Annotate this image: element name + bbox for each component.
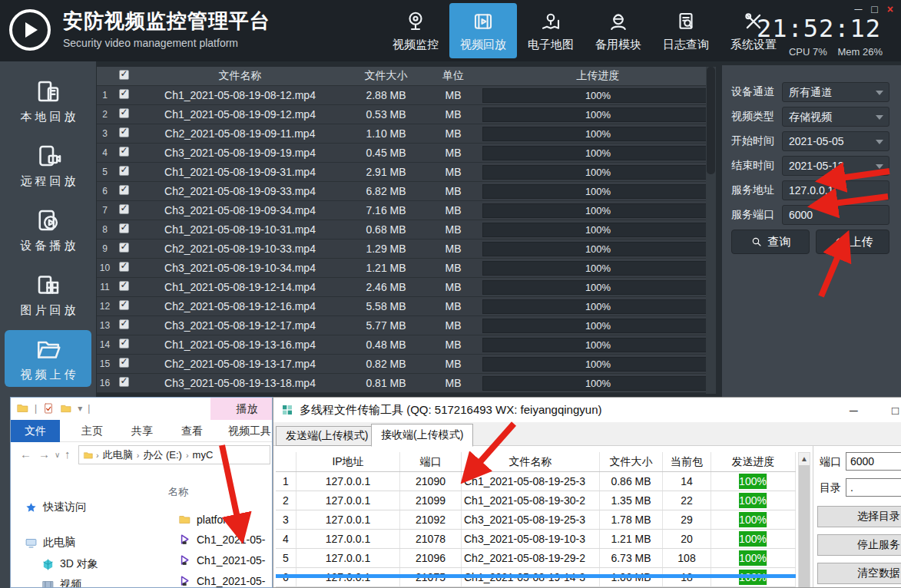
- table-row[interactable]: 15Ch2_2021-05-08-19-13-17.mp40.82 MBMB10…: [97, 355, 716, 374]
- table-row[interactable]: 1Ch1_2021-05-08-19-08-12.mp42.88 MBMB100…: [97, 86, 716, 105]
- nav-item-webcam[interactable]: 视频监控: [382, 3, 449, 58]
- table-row[interactable]: 16Ch3_2021-05-08-19-13-18.mp40.81 MBMB10…: [97, 374, 716, 393]
- maximize-icon[interactable]: □: [871, 3, 877, 15]
- row-checkbox[interactable]: [119, 339, 129, 349]
- back-icon[interactable]: ←: [20, 448, 31, 461]
- row-checkbox[interactable]: [119, 262, 129, 272]
- list-item[interactable]: Ch1_2021-05-: [178, 533, 266, 546]
- header-name[interactable]: 文件名称: [134, 69, 346, 83]
- explorer-titlebar[interactable]: |▾| 播放: [11, 398, 272, 420]
- row-checkbox[interactable]: [119, 127, 129, 137]
- table-row[interactable]: 14Ch1_2021-05-08-19-13-16.mp40.48 MBMB10…: [97, 335, 716, 355]
- table-row[interactable]: 3Ch2_2021-05-08-19-09-11.mp41.10 MBMB100…: [97, 124, 716, 144]
- breadcrumb[interactable]: ›此电脑›办公 (E:)›myC: [78, 445, 270, 464]
- row-checkbox[interactable]: [119, 223, 129, 233]
- table-row[interactable]: 1127.0.0.121090Ch1_2021-05-08-19-25-30.8…: [276, 472, 796, 491]
- forward-icon[interactable]: →: [38, 448, 50, 461]
- table-row[interactable]: 13Ch3_2021-05-08-19-12-17.mp45.77 MBMB10…: [97, 316, 716, 335]
- table-row[interactable]: 2127.0.0.121099Ch1_2021-05-08-19-30-21.3…: [276, 491, 796, 510]
- form-input[interactable]: 6000: [782, 205, 889, 225]
- table-row[interactable]: 6Ch2_2021-05-08-19-09-33.mp46.82 MBMB100…: [97, 182, 716, 201]
- history-chevron-icon[interactable]: ∨: [55, 451, 60, 459]
- row-checkbox[interactable]: [119, 281, 129, 291]
- stop-service-button[interactable]: 停止服务: [817, 534, 901, 556]
- minimize-icon[interactable]: ─: [850, 404, 858, 417]
- header-ip[interactable]: IP地址: [296, 452, 400, 471]
- table-row[interactable]: 12Ch2_2021-05-08-19-12-16.mp45.58 MBMB10…: [97, 297, 716, 316]
- row-checkbox[interactable]: [119, 377, 129, 387]
- nav-item-playback[interactable]: 视频回放: [449, 3, 517, 58]
- tree-item-star[interactable]: 快速访问: [25, 500, 86, 514]
- select-all-checkbox[interactable]: [119, 70, 129, 80]
- list-item[interactable]: Ch1_2021-05-: [178, 574, 266, 587]
- sidebar-item-device-play[interactable]: 设备播放: [5, 201, 91, 258]
- nav-item-map[interactable]: 电子地图: [517, 3, 585, 58]
- header-progress[interactable]: 上传进度: [480, 69, 716, 83]
- table-row[interactable]: 7Ch3_2021-05-08-19-09-34.mp47.16 MBMB100…: [97, 201, 716, 220]
- explorer-play-tab[interactable]: 播放: [210, 398, 273, 420]
- row-checkbox[interactable]: [119, 319, 129, 329]
- list-item[interactable]: Ch1_2021-05-: [178, 553, 266, 567]
- nav-item-worker[interactable]: 备用模块: [585, 3, 652, 58]
- table-row[interactable]: 8Ch1_2021-05-08-19-10-31.mp40.68 MBMB100…: [97, 220, 716, 239]
- transfer-scrollbar[interactable]: ▲: [798, 452, 810, 588]
- breadcrumb-item[interactable]: myC: [193, 449, 214, 461]
- table-row[interactable]: 5127.0.0.121096Ch2_2021-05-08-19-29-26.7…: [276, 549, 796, 568]
- query-button[interactable]: 查询: [731, 230, 810, 254]
- sidebar-item-video-upload[interactable]: 视频上传: [5, 330, 91, 387]
- tree-item-cube[interactable]: 3D 对象: [41, 557, 98, 571]
- form-select[interactable]: 2021-05-05: [782, 131, 889, 151]
- maximize-icon[interactable]: □: [892, 404, 899, 417]
- qat-dropdown-icon[interactable]: ▾: [78, 403, 82, 414]
- choose-directory-button[interactable]: 选择目录: [817, 506, 901, 527]
- nav-item-log[interactable]: 日志查询: [652, 3, 720, 58]
- table-row[interactable]: 2Ch1_2021-05-08-19-09-12.mp40.53 MBMB100…: [97, 105, 716, 124]
- files-name-header[interactable]: 名称: [168, 485, 188, 499]
- header-filename[interactable]: 文件名称: [462, 452, 600, 471]
- close-icon[interactable]: ×: [887, 3, 893, 15]
- directory-input[interactable]: .: [846, 478, 901, 497]
- header-size[interactable]: 文件大小: [346, 69, 426, 83]
- header-unit[interactable]: 单位: [426, 69, 480, 83]
- sidebar-item-local-playback[interactable]: 本地回放: [5, 72, 91, 129]
- tree-item-pc[interactable]: 此电脑: [25, 536, 75, 550]
- sidebar-item-picture-playback[interactable]: 图片回放: [5, 266, 91, 322]
- breadcrumb-item[interactable]: 办公 (E:): [143, 448, 182, 462]
- table-row[interactable]: 11Ch1_2021-05-08-19-12-14.mp42.46 MBMB10…: [97, 278, 716, 297]
- form-select[interactable]: 2021-05-12: [782, 156, 889, 176]
- breadcrumb-item[interactable]: 此电脑: [103, 448, 133, 462]
- selected-row-highlight[interactable]: [276, 574, 796, 578]
- tab-video-tools[interactable]: 视频工具: [217, 420, 273, 442]
- header-port[interactable]: 端口: [400, 452, 462, 471]
- table-row[interactable]: 4127.0.0.121078Ch3_2021-05-08-19-10-31.2…: [276, 530, 796, 549]
- tab-receiver[interactable]: 接收端(上传模式): [371, 424, 473, 447]
- row-checkbox[interactable]: [119, 243, 129, 253]
- tab-sender[interactable]: 发送端(上传模式): [276, 426, 378, 446]
- table-row[interactable]: 3127.0.0.121092Ch3_2021-05-08-19-25-31.7…: [276, 510, 796, 530]
- row-checkbox[interactable]: [119, 108, 129, 118]
- row-checkbox[interactable]: [119, 147, 129, 157]
- tab-file[interactable]: 文件: [11, 420, 60, 442]
- transfer-titlebar[interactable]: 多线程文件传输工具 (QQ: 517216493 WX: feiyangqing…: [273, 398, 901, 422]
- row-checkbox[interactable]: [119, 166, 129, 176]
- tree-item-film[interactable]: 视频: [41, 578, 81, 588]
- scroll-up-icon[interactable]: ▲: [799, 453, 810, 465]
- scrollbar-thumb[interactable]: [707, 67, 715, 174]
- tab-查看[interactable]: 查看: [171, 420, 214, 442]
- row-checkbox[interactable]: [119, 358, 129, 368]
- header-packet[interactable]: 当前包: [663, 452, 711, 471]
- clear-data-button[interactable]: 清空数据: [817, 563, 901, 584]
- form-select[interactable]: 存储视频: [782, 107, 889, 127]
- form-input[interactable]: 127.0.0.1: [782, 180, 889, 200]
- table-row[interactable]: 4Ch3_2021-05-08-19-09-19.mp40.45 MBMB100…: [97, 144, 716, 163]
- tab-共享[interactable]: 共享: [121, 420, 164, 442]
- minimize-icon[interactable]: ─: [854, 3, 862, 15]
- row-checkbox[interactable]: [119, 204, 129, 214]
- port-input[interactable]: 6000: [846, 452, 901, 471]
- row-checkbox[interactable]: [119, 185, 129, 195]
- table-row[interactable]: 9Ch2_2021-05-08-19-10-33.mp41.29 MBMB100…: [97, 239, 716, 259]
- scrollbar-thumb[interactable]: [799, 465, 810, 588]
- header-progress[interactable]: 发送进度: [711, 452, 796, 471]
- table-row[interactable]: 5Ch1_2021-05-08-19-09-31.mp42.91 MBMB100…: [97, 163, 716, 182]
- table-row[interactable]: 10Ch3_2021-05-08-19-10-34.mp41.21 MBMB10…: [97, 259, 716, 278]
